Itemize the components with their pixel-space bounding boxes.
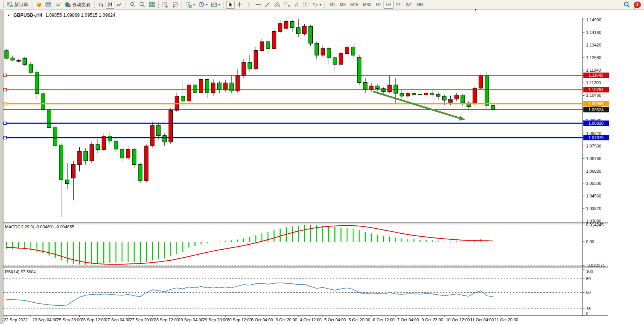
time-axis-label: 23 Sep 04:00	[32, 318, 57, 322]
hline-1.11643[interactable]: 1.11643	[3, 72, 609, 78]
bull-candle-body	[17, 60, 21, 61]
new-order-label: 新订单	[14, 2, 28, 8]
chart-window: ▼ GBPUSD-,H4 1.09855 1.09869 1.09515 1.0…	[3, 11, 609, 323]
symbol-dropdown-icon[interactable]: ▼	[7, 14, 10, 17]
toolbar-grip[interactable]	[223, 2, 225, 8]
signal-button[interactable]	[53, 1, 63, 9]
bear-candle-body	[436, 95, 440, 96]
cursor-button[interactable]	[226, 1, 235, 9]
chart-plot-area[interactable]: 1.149001.141601.134201.126801.119401.112…	[3, 11, 609, 323]
svg-text:80: 80	[586, 276, 591, 281]
notifications-button[interactable]: 1	[632, 1, 642, 9]
periods-button[interactable]: ▾	[197, 1, 209, 9]
equidistant-channel-button[interactable]: E	[272, 1, 282, 9]
trend-arrow[interactable]	[373, 91, 465, 120]
time-axis-label: 3 Oct 04:00	[251, 318, 273, 322]
toolbar-grip[interactable]	[93, 2, 95, 8]
panel-collapse-marker[interactable]: ▼	[474, 8, 477, 11]
crosshair-button[interactable]	[235, 1, 244, 9]
svg-text:1.03820: 1.03820	[586, 206, 601, 211]
time-axis-label: 25 Sep 23:00	[57, 318, 82, 322]
bar-chart-button[interactable]	[96, 1, 105, 9]
toolbar-grip[interactable]	[31, 2, 33, 8]
time-axis-label: 5 Oct 04:00	[324, 318, 346, 322]
timeframe-button-H1[interactable]: H1	[373, 1, 383, 9]
trendline-icon	[265, 2, 270, 8]
panel-separators[interactable]	[3, 222, 608, 316]
text-label-button[interactable]: T	[301, 1, 310, 9]
tile-windows-button[interactable]	[147, 1, 156, 9]
toolbar-grip[interactable]	[158, 2, 159, 8]
bull-candle-body	[71, 165, 75, 178]
timeframe-button-M30[interactable]: M30	[361, 1, 373, 9]
time-axis-label: 29 Sep 20:00	[202, 318, 227, 322]
dropdown-icon: ▾	[193, 3, 195, 6]
dropdown-icon: ▾	[218, 3, 220, 6]
candlestick-chart-button[interactable]	[106, 1, 114, 9]
rsi-panel[interactable]: 1008050150	[3, 269, 593, 316]
bear-candle-body	[491, 105, 495, 110]
time-axis-label: 11 Oct 20:00	[495, 318, 518, 322]
algo-trading-button[interactable]: 自动交易	[63, 1, 92, 9]
metaeditor-button[interactable]	[34, 1, 43, 9]
text-button[interactable]: A	[292, 1, 301, 9]
search-button[interactable]	[622, 1, 632, 9]
time-axis[interactable]: 22 Sep 202223 Sep 04:0025 Sep 23:0026 Se…	[4, 316, 518, 322]
hline-1.10794[interactable]: 1.10794	[3, 87, 609, 92]
hline-1.09624[interactable]: 1.09624	[3, 107, 609, 112]
hline-1.09968[interactable]: 1.09968	[3, 101, 609, 106]
candlestick-icon	[107, 2, 113, 8]
svg-text:15: 15	[586, 306, 591, 311]
text-tool-icon: A	[295, 2, 298, 8]
bear-candle-body	[412, 93, 416, 95]
market-depth-button[interactable]	[44, 1, 53, 9]
svg-text:1.11200: 1.11200	[586, 80, 601, 85]
hline-1.08828[interactable]: 1.08828	[3, 120, 609, 126]
shapes-button[interactable]: ▾	[311, 1, 323, 9]
trendline-button[interactable]	[263, 1, 272, 9]
zoom-out-button[interactable]	[138, 1, 147, 9]
timeframe-button-D1[interactable]: D1	[393, 1, 403, 9]
bear-candle-body	[266, 42, 270, 49]
chart-shift-button[interactable]	[170, 1, 180, 9]
fibonacci-button[interactable]: F	[282, 1, 292, 9]
new-order-button[interactable]: 新订单	[6, 1, 30, 9]
timeframe-button-M5[interactable]: M5	[337, 1, 348, 9]
time-axis-label: 11 Oct 04:00	[470, 318, 494, 322]
bear-candle-body	[53, 127, 57, 146]
svg-text:0.014245: 0.014245	[586, 223, 604, 227]
toolbar-grip[interactable]	[3, 2, 4, 8]
price-tag-label: 1.07979	[588, 135, 604, 140]
window-left-edge[interactable]	[0, 10, 3, 324]
clock-icon	[198, 2, 204, 8]
notification-count: 1	[636, 2, 638, 7]
timeframe-button-MN[interactable]: MN	[414, 1, 425, 9]
timeframe-button-M1[interactable]: M1	[327, 1, 337, 9]
toolbar-grip[interactable]	[125, 2, 127, 8]
bull-candle-body	[345, 47, 349, 53]
timeframe-button-W1[interactable]: W1	[403, 1, 414, 9]
bull-candle-body	[126, 149, 130, 158]
toolbar-grip[interactable]	[181, 2, 183, 8]
bear-candle-body	[5, 51, 8, 58]
svg-text:100: 100	[586, 269, 593, 274]
bull-candle-body	[242, 63, 246, 76]
hline-1.07979[interactable]: 1.07979	[3, 135, 609, 140]
bear-candle-body	[29, 64, 33, 72]
timeframe-button-M15[interactable]: M15	[348, 1, 361, 9]
timeframe-button-H4[interactable]: H4	[384, 1, 393, 9]
horizontal-line-button[interactable]	[254, 1, 263, 9]
zoom-in-button[interactable]	[128, 1, 137, 9]
line-chart-button[interactable]	[115, 1, 124, 9]
macd-panel[interactable]: 0.0142450.00-0.020171	[3, 223, 605, 268]
templates-button[interactable]: ▾	[209, 1, 222, 9]
toolbar-grip[interactable]	[324, 2, 326, 8]
bull-candle-body	[236, 76, 239, 91]
svg-text:1.11940: 1.11940	[586, 68, 601, 72]
signal-icon	[55, 2, 61, 8]
line-anchor-handle	[4, 122, 6, 125]
auto-scroll-button[interactable]	[161, 1, 170, 9]
indicators-button[interactable]: ▾	[184, 1, 196, 9]
vertical-line-button[interactable]	[244, 1, 253, 9]
arrowhead-icon	[459, 116, 465, 120]
